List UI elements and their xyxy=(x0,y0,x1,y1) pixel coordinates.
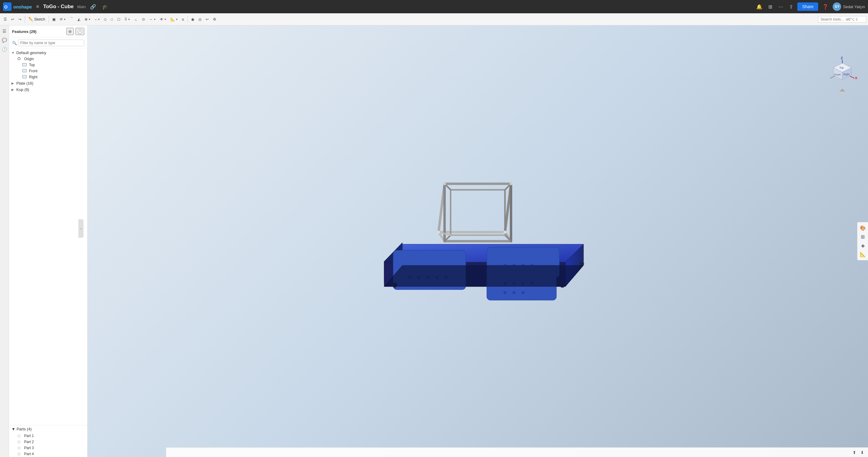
parts-header[interactable]: ▼ Parts (4) xyxy=(9,425,87,433)
kup-header[interactable]: ▶ Kup (9) xyxy=(9,86,87,93)
left-comment-icon[interactable]: 💬 xyxy=(1,36,8,44)
3d-model xyxy=(360,147,596,335)
part3-label: Part 3 xyxy=(24,446,34,450)
apps-icon[interactable]: ⋯ xyxy=(776,3,785,11)
help-icon[interactable]: ❓ xyxy=(820,3,830,11)
bottom-download-button[interactable]: ⬇ xyxy=(860,449,865,456)
left-feature-icon[interactable]: ☰ xyxy=(1,27,8,35)
doc-branch: Main xyxy=(77,4,86,9)
left-icon-strip: ☰ 💬 🕐 xyxy=(0,25,9,457)
separator-2 xyxy=(49,16,49,23)
toolbar-feature-list[interactable]: ☰ xyxy=(2,15,9,24)
svg-point-47 xyxy=(503,231,506,234)
part-item-1[interactable]: ⬡ Part 1 xyxy=(9,433,87,439)
part-item-2[interactable]: ⬡ Part 2 xyxy=(9,439,87,445)
top-plane-icon xyxy=(22,63,27,67)
part-item-3[interactable]: ⬡ Part 3 xyxy=(9,445,87,451)
toolbar: ☰ ↩ ↪ ✏️ Sketch ▣ ⟳ ⌒ ◭ ⊕ ⌣ ◇ □ ⬡ ⠿ ⫠ ⊙ … xyxy=(0,13,868,25)
separator-3 xyxy=(188,16,188,23)
content-row: ☰ 💬 🕐 Features (29) ⊕ 🕐 🔍 ▼ Default geom… xyxy=(0,25,868,457)
svg-text:Front: Front xyxy=(834,73,841,76)
show-button[interactable]: ◎ xyxy=(196,15,203,24)
part1-label: Part 1 xyxy=(24,434,34,438)
hamburger-menu[interactable]: ≡ xyxy=(34,3,41,10)
tree-item-top[interactable]: Top xyxy=(9,62,87,68)
filter-icon: 🔍 xyxy=(12,41,17,45)
sidebar-add-button[interactable]: ⊕ xyxy=(66,28,74,35)
grad-cap-icon[interactable]: 🎓 xyxy=(100,3,110,11)
display-button[interactable]: 👁 xyxy=(158,15,168,24)
parts-label: Parts (4) xyxy=(17,427,32,431)
svg-text:Right: Right xyxy=(843,73,850,76)
mirror-button[interactable]: ⫠ xyxy=(132,15,140,24)
render-button[interactable]: ◈ xyxy=(859,241,867,250)
kup-arrow: ▶ xyxy=(11,88,15,91)
svg-marker-64 xyxy=(839,92,845,94)
svg-point-46 xyxy=(437,231,440,234)
viewport[interactable]: Z X Top Front Right xyxy=(88,25,868,457)
extrude-button[interactable]: ▣ xyxy=(51,15,57,24)
part1-icon: ⬡ xyxy=(18,434,22,438)
svg-point-22 xyxy=(503,291,506,294)
search-tools-input[interactable] xyxy=(818,16,866,23)
sweep-button[interactable]: ⌒ xyxy=(68,15,75,24)
right-label: Right xyxy=(29,75,37,79)
feature-tree: ▼ Default geometry Origin Top Front xyxy=(9,48,87,425)
part-item-4[interactable]: ⬡ Part 4 xyxy=(9,451,87,457)
logo[interactable]: O onshape xyxy=(3,2,32,11)
tree-item-front[interactable]: Front xyxy=(9,68,87,74)
share-icon[interactable]: ⇪ xyxy=(787,3,795,11)
section-view-button[interactable]: ⧈ xyxy=(180,15,186,24)
share-button[interactable]: Share xyxy=(797,2,818,11)
loft-button[interactable]: ◭ xyxy=(76,15,82,24)
part2-icon: ⬡ xyxy=(18,440,22,444)
boolean-button[interactable]: ⊕ xyxy=(83,15,92,24)
sidebar-history-button[interactable]: 🕐 xyxy=(75,28,84,35)
filter-input[interactable] xyxy=(18,39,84,46)
pattern-button[interactable]: ⠿ xyxy=(123,15,132,24)
measure-button[interactable]: 📐 xyxy=(168,15,179,24)
hole-button[interactable]: ⊙ xyxy=(140,15,147,24)
grid-icon[interactable]: ⊞ xyxy=(767,3,774,11)
grid-view-button[interactable]: ⊞ xyxy=(859,233,867,241)
shell-button[interactable]: □ xyxy=(109,15,115,24)
chamfer-button[interactable]: ◇ xyxy=(102,15,108,24)
collapse-arrow: ▼ xyxy=(11,51,15,54)
default-geometry-label: Default geometry xyxy=(16,51,46,55)
transform-button[interactable]: ↔ xyxy=(147,15,157,24)
svg-text:X: X xyxy=(855,76,858,80)
collapse-handle[interactable]: ‹ xyxy=(79,220,83,237)
features-title: Features (29) xyxy=(12,29,65,34)
measure-panel-button[interactable]: 📐 xyxy=(859,250,867,258)
fillet-button[interactable]: ⌣ xyxy=(93,15,101,24)
left-versions-icon[interactable]: 🕐 xyxy=(1,45,8,53)
bottom-share-button[interactable]: ⬆ xyxy=(852,449,857,456)
configuration-button[interactable]: ⚙ xyxy=(211,15,218,24)
origin-label: Origin xyxy=(24,57,34,61)
tree-item-right[interactable]: Right xyxy=(9,74,87,80)
link-icon[interactable]: 🔗 xyxy=(88,3,98,11)
redo-button[interactable]: ↪ xyxy=(17,15,23,24)
user-info[interactable]: SY Sedat Yalçın xyxy=(833,2,865,11)
svg-marker-51 xyxy=(384,265,584,287)
sketch-button[interactable]: ✏️ Sketch xyxy=(27,15,47,24)
origin-icon xyxy=(18,57,22,61)
tree-item-origin[interactable]: Origin xyxy=(9,56,87,62)
appearance-button[interactable]: 🎨 xyxy=(859,224,867,232)
plate-section: ▶ Plate (16) xyxy=(9,80,87,86)
part4-label: Part 4 xyxy=(24,452,34,456)
doc-title: ToGo - Cube xyxy=(43,4,74,10)
undo2-button[interactable]: ↩ xyxy=(204,15,211,24)
parts-list: ⬡ Part 1 ⬡ Part 2 ⬡ Part 3 ⬡ Part 4 xyxy=(9,433,87,457)
svg-text:Z: Z xyxy=(841,56,843,60)
default-geometry-header[interactable]: ▼ Default geometry xyxy=(9,50,87,56)
bell-icon[interactable]: 🔔 xyxy=(754,3,764,11)
view-cube[interactable]: Z X Top Front Right xyxy=(826,56,859,89)
undo-button[interactable]: ↩ xyxy=(9,15,16,24)
draft-button[interactable]: ⬡ xyxy=(115,15,122,24)
plate-header[interactable]: ▶ Plate (16) xyxy=(9,80,87,86)
revolve-button[interactable]: ⟳ xyxy=(58,15,67,24)
logo-text: onshape xyxy=(13,4,32,9)
svg-marker-63 xyxy=(839,89,845,92)
hide-button[interactable]: ◉ xyxy=(189,15,196,24)
